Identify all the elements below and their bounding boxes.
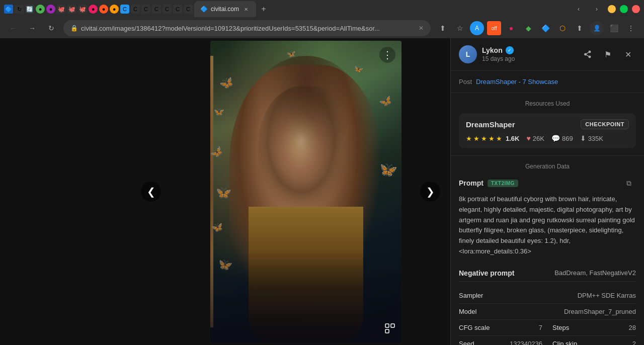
tab-icon-16[interactable]: C	[163, 5, 172, 14]
url-bar[interactable]: 🔒 civitai.com/images/1386412?modelVersio…	[63, 20, 431, 36]
copy-icon: ⧉	[626, 179, 631, 188]
svg-rect-1	[385, 329, 389, 333]
tab-icon-18[interactable]: C	[184, 5, 193, 14]
tab-icon-2[interactable]: ↻	[15, 5, 24, 14]
url-text: civitai.com/images/1386412?modelVersionI…	[81, 25, 416, 32]
sampler-value: DPM++ SDE Karras	[578, 292, 636, 299]
downloads-stat: ⬇ 335K	[580, 134, 603, 142]
image-more-button[interactable]: ⋮	[379, 47, 395, 63]
clip-skip-label: Clip skip	[552, 340, 577, 345]
cfg-value: 7	[539, 324, 542, 331]
cfg-label: CFG scale	[459, 324, 490, 331]
bookmark-icon[interactable]: ☆	[453, 21, 467, 35]
tab-icon-13[interactable]: C	[131, 5, 140, 14]
window-maximize[interactable]: □	[620, 5, 628, 13]
tab-icon-6[interactable]: 🐙	[57, 5, 66, 14]
browser-chrome: 🔷 ↻ 🔄 ● ● 🐙 🐙 🐙 ● ● ● C C C C C C C 🔷 ci…	[0, 0, 644, 38]
tab-icons: 🔷 ↻ 🔄 ● ● 🐙 🐙 🐙 ● ● ● C C C C C C C 🔷 ci…	[4, 1, 571, 17]
tab-icon-17[interactable]: C	[173, 5, 182, 14]
tab-icon-15[interactable]: C	[152, 5, 161, 14]
image-corner-icon	[384, 323, 395, 336]
download-icon: ⬇	[580, 134, 586, 142]
data-grid: Sampler DPM++ SDE Karras Model DreamShap…	[459, 288, 636, 345]
resource-stats: ★ ★ ★ ★ ★ 1.6K ♥ 26K 💬 869	[466, 134, 629, 142]
extension-icon-2[interactable]: ●	[504, 21, 518, 35]
star-5: ★	[496, 135, 502, 142]
prev-image-button[interactable]: ❮	[141, 182, 161, 202]
close-panel-button[interactable]: ✕	[620, 46, 636, 62]
close-icon: ✕	[625, 50, 631, 59]
cast-icon[interactable]: ⬆	[436, 21, 450, 35]
window-close[interactable]: ✕	[632, 5, 640, 13]
post-section: Post DreamShaper - 7 Showcase	[451, 71, 644, 93]
tab-icon-5[interactable]: ●	[46, 5, 55, 14]
tab-icon-12[interactable]: C	[120, 5, 129, 14]
post-row: Post DreamShaper - 7 Showcase	[459, 78, 636, 85]
post-link[interactable]: DreamShaper - 7 Showcase	[476, 78, 558, 85]
txt2img-badge: TXT2IMG	[488, 180, 518, 187]
tab-icon-10[interactable]: ●	[99, 5, 108, 14]
new-tab-button[interactable]: +	[258, 3, 270, 15]
star-4: ★	[489, 135, 495, 142]
comments-count: 869	[562, 135, 573, 142]
ext-profile-icon[interactable]: 👤	[590, 21, 604, 35]
window-minimize[interactable]: −	[608, 5, 616, 13]
ext-share-icon[interactable]: ⬆	[573, 21, 587, 35]
timestamp-label: 15 days ago	[482, 55, 580, 62]
resource-name[interactable]: DreamShaper	[466, 120, 515, 129]
neg-prompt-label: Negative prompt	[459, 269, 514, 277]
tab-icon-11[interactable]: ●	[110, 5, 119, 14]
refresh-button[interactable]: ↻	[44, 21, 58, 35]
tab-icon-1[interactable]: 🔷	[4, 5, 13, 14]
tab-icon-9[interactable]: ●	[89, 5, 98, 14]
resources-section: Resources Used DreamShaper CHECKPOINT ★ …	[451, 93, 644, 156]
seed-cell: Seed 132340236	[459, 340, 552, 345]
tab-close-btn[interactable]: ✕	[242, 5, 250, 13]
extension-icon-1[interactable]: off	[487, 21, 501, 35]
tab-icon-14[interactable]: C	[141, 5, 150, 14]
generation-title: Generation Data	[459, 163, 636, 170]
next-image-button[interactable]: ❯	[420, 182, 440, 202]
steps-label: Steps	[552, 324, 569, 331]
tab-icon-8[interactable]: 🐙	[78, 5, 87, 14]
window-next[interactable]: ›	[590, 2, 604, 16]
seed-clipskip-row: Seed 132340236 Clip skip 2	[459, 336, 636, 345]
panel-header: L Lykon ✓ 15 days ago ⚑ ✕	[451, 38, 644, 71]
tab-icon-4[interactable]: ●	[36, 5, 45, 14]
seed-label: Seed	[459, 340, 474, 345]
image-hair-layer	[239, 56, 373, 222]
window-prev[interactable]: ‹	[572, 2, 586, 16]
stars-row: ★ ★ ★ ★ ★ 1.6K	[466, 135, 519, 142]
resources-title: Resources Used	[459, 100, 636, 107]
steps-value: 28	[629, 324, 636, 331]
sampler-label: Sampler	[459, 292, 483, 299]
more-vert-icon: ⋮	[382, 49, 392, 61]
forward-button[interactable]: →	[25, 21, 39, 35]
likes-count: 26K	[533, 135, 544, 142]
right-panel: L Lykon ✓ 15 days ago ⚑ ✕	[450, 38, 644, 345]
main-content: ❮ 🦋 🦋 🦋 🦋 🦋 🦋 🦋 🦋	[0, 38, 644, 345]
prompt-label-text: Prompt	[459, 179, 484, 187]
left-sidebar	[0, 38, 131, 345]
extension-icon-4[interactable]: 🔷	[538, 21, 552, 35]
back-button[interactable]: ←	[6, 21, 20, 35]
flag-button[interactable]: ⚑	[600, 46, 616, 62]
star-1: ★	[466, 135, 472, 142]
username-label[interactable]: Lykon	[482, 46, 503, 54]
extension-icon-5[interactable]: ⬡	[555, 21, 570, 35]
seed-value: 132340236	[510, 340, 542, 345]
tab-icon-7[interactable]: 🐙	[67, 5, 76, 14]
prev-arrow-icon: ❮	[147, 186, 155, 198]
clip-skip-value: 2	[632, 340, 636, 345]
active-tab[interactable]: 🔷 civitai.com ✕	[194, 1, 256, 17]
profile-icon[interactable]: A	[470, 21, 484, 35]
tab-icon-3[interactable]: 🔄	[25, 5, 34, 14]
model-value: DreamShaper_7_pruned	[564, 308, 636, 315]
sampler-row: Sampler DPM++ SDE Karras	[459, 288, 636, 304]
browser-actions: ⬆ ☆ A off ● ◆ 🔷 ⬡ ⬆ 👤 ⬛ ⋮	[436, 21, 638, 35]
extension-icon-3[interactable]: ◆	[521, 21, 535, 35]
sidebar-toggle-icon[interactable]: ⬛	[607, 21, 621, 35]
share-button[interactable]	[580, 46, 596, 62]
more-options-icon[interactable]: ⋮	[624, 21, 638, 35]
copy-prompt-button[interactable]: ⧉	[622, 176, 636, 190]
